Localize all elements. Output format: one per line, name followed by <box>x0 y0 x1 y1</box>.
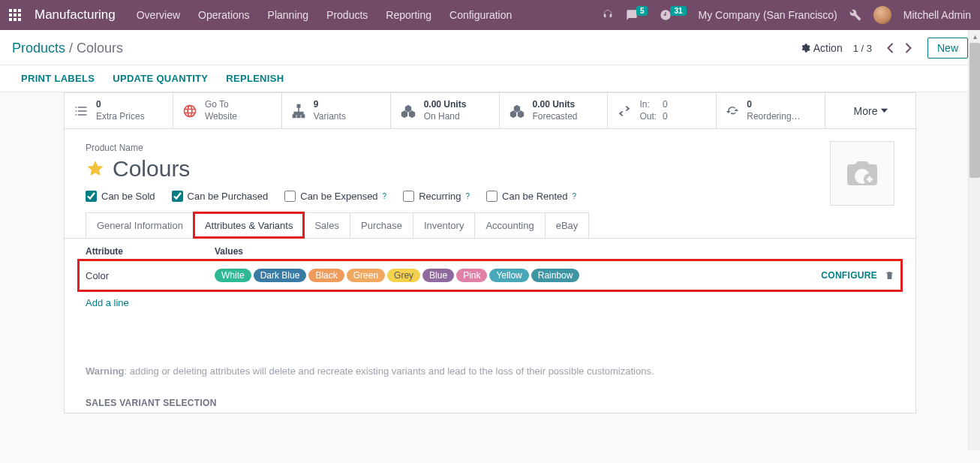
update-quantity-button[interactable]: UPDATE QUANTITY <box>113 73 208 84</box>
menu-products[interactable]: Products <box>326 9 368 21</box>
subbar: Products / Colours Action 1 / 3 New <box>0 30 980 65</box>
globe-icon <box>182 104 197 119</box>
stat-reordering[interactable]: 0Reordering… <box>717 93 825 128</box>
section-sales-variant-selection: SALES VARIANT SELECTION <box>65 389 915 413</box>
app-title[interactable]: Manufacturing <box>35 8 116 23</box>
help-icon[interactable]: ? <box>573 192 577 200</box>
value-tag[interactable]: Green <box>347 269 385 282</box>
stat-forecast[interactable]: 0.00 UnitsForecasted <box>500 93 609 128</box>
stat-variants[interactable]: 9Variants <box>282 93 391 128</box>
check-can-be-expensed[interactable]: Can be Expensed? <box>284 191 386 202</box>
sitemap-icon <box>291 104 306 119</box>
refresh-icon <box>726 104 739 118</box>
help-icon[interactable]: ? <box>383 192 387 200</box>
tab-general-information[interactable]: General Information <box>86 212 194 238</box>
check-can-be-purchased[interactable]: Can be Purchased <box>172 191 269 202</box>
value-tag[interactable]: Rainbow <box>531 269 580 282</box>
product-image-placeholder[interactable] <box>830 141 894 206</box>
configure-button[interactable]: CONFIGURE <box>821 270 877 281</box>
product-options: Can be Sold Can be Purchased Can be Expe… <box>65 191 915 212</box>
value-tag[interactable]: Yellow <box>489 269 528 282</box>
menu-reporting[interactable]: Reporting <box>386 9 431 21</box>
breadcrumb: Products / Colours <box>12 41 123 56</box>
product-name-label: Product Name <box>86 143 894 153</box>
check-can-be-rented[interactable]: Can be Rented? <box>486 191 576 202</box>
phone-icon[interactable] <box>602 9 614 21</box>
menu-overview[interactable]: Overview <box>137 9 180 21</box>
apps-icon[interactable] <box>9 9 21 21</box>
tabs: General Information Attributes & Variant… <box>65 212 915 238</box>
caret-down-icon <box>881 107 888 114</box>
help-icon[interactable]: ? <box>466 192 470 200</box>
tab-inventory[interactable]: Inventory <box>413 212 475 238</box>
list-icon <box>74 104 89 119</box>
value-tag[interactable]: Blue <box>422 269 454 282</box>
activity-badge: 31 <box>670 6 686 16</box>
pager[interactable]: 1 / 3 <box>853 43 872 54</box>
menu-operations[interactable]: Operations <box>198 9 249 21</box>
debug-icon[interactable] <box>849 9 861 21</box>
tab-attributes-variants[interactable]: Attributes & Variants <box>194 212 305 238</box>
tab-body: Attribute Values Color WhiteDark BlueBla… <box>65 238 915 328</box>
topbar: Manufacturing Overview Operations Planni… <box>0 0 980 30</box>
product-name[interactable]: Colours <box>113 156 190 182</box>
stat-extra-prices[interactable]: 0Extra Prices <box>65 93 173 128</box>
pager-prev[interactable] <box>882 38 899 58</box>
avatar[interactable] <box>873 6 891 24</box>
tab-ebay[interactable]: eBay <box>545 212 590 238</box>
attribute-table-header: Attribute Values <box>86 239 894 263</box>
chat-badge: 5 <box>636 6 648 16</box>
form-sheet: 0Extra Prices Go ToWebsite 9Variants 0.0… <box>64 92 916 413</box>
boxes-icon <box>400 104 416 119</box>
attribute-name[interactable]: Color <box>86 270 215 281</box>
warning-text: Warning: adding or deleting attributes w… <box>65 328 915 389</box>
value-tag[interactable]: Grey <box>387 269 420 282</box>
tab-accounting[interactable]: Accounting <box>474 212 545 238</box>
delete-row-icon[interactable] <box>885 270 894 281</box>
breadcrumb-current: Colours <box>77 41 123 56</box>
value-tag[interactable]: White <box>215 269 251 282</box>
menu-configuration[interactable]: Configuration <box>449 9 512 21</box>
new-button[interactable]: New <box>927 38 968 59</box>
value-tag[interactable]: Dark Blue <box>254 269 307 282</box>
activity-icon[interactable]: 31 <box>660 9 686 21</box>
favorite-star-icon[interactable] <box>86 159 105 179</box>
attribute-row[interactable]: Color WhiteDark BlueBlackGreenGreyBluePi… <box>81 263 899 288</box>
product-header: Product Name Colours <box>65 129 915 191</box>
pager-next[interactable] <box>900 38 917 58</box>
replenish-button[interactable]: REPLENISH <box>226 73 284 84</box>
action-menu[interactable]: Action <box>800 42 843 54</box>
add-line-button[interactable]: Add a line <box>86 288 129 313</box>
check-recurring[interactable]: Recurring? <box>403 191 470 202</box>
company-switch[interactable]: My Company (San Francisco) <box>699 9 837 21</box>
scroll-up-arrow[interactable]: ▴ <box>969 30 980 42</box>
boxes-icon <box>509 104 525 119</box>
menu-planning[interactable]: Planning <box>268 9 309 21</box>
scroll-thumb[interactable] <box>969 43 980 178</box>
tab-sales[interactable]: Sales <box>303 212 350 238</box>
breadcrumb-parent[interactable]: Products <box>12 41 65 56</box>
page-scrollbar[interactable]: ▴ <box>968 30 980 413</box>
user-name[interactable]: Mitchell Admin <box>903 9 971 21</box>
stat-inout[interactable]: In:Out: 00 <box>608 93 717 128</box>
tab-purchase[interactable]: Purchase <box>350 212 413 238</box>
check-can-be-sold[interactable]: Can be Sold <box>86 191 155 202</box>
chat-icon[interactable]: 5 <box>626 9 648 21</box>
actionbar: PRINT LABELS UPDATE QUANTITY REPLENISH <box>0 65 980 92</box>
stat-goto-website[interactable]: Go ToWebsite <box>173 93 282 128</box>
stat-more[interactable]: More <box>825 93 915 128</box>
transfer-icon <box>617 104 632 119</box>
attribute-values[interactable]: WhiteDark BlueBlackGreenGreyBluePinkYell… <box>215 269 821 282</box>
value-tag[interactable]: Pink <box>456 269 487 282</box>
value-tag[interactable]: Black <box>308 269 344 282</box>
stat-onhand[interactable]: 0.00 UnitsOn Hand <box>391 93 500 128</box>
top-menu: Overview Operations Planning Products Re… <box>137 9 513 21</box>
print-labels-button[interactable]: PRINT LABELS <box>21 73 95 84</box>
statbar: 0Extra Prices Go ToWebsite 9Variants 0.0… <box>65 93 915 129</box>
